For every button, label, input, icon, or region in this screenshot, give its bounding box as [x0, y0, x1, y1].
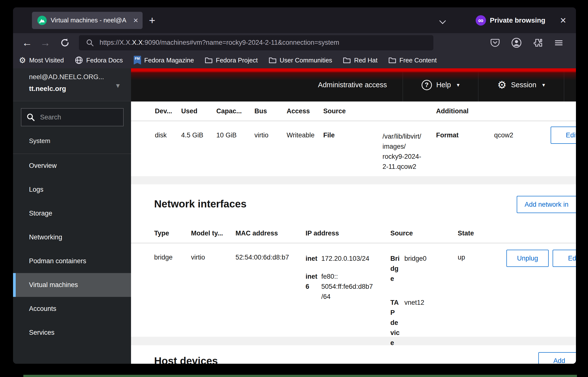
col-type: Type: [154, 230, 191, 237]
extensions-icon[interactable]: [533, 38, 543, 48]
bookmark-label: Fedora Magazine: [144, 57, 194, 64]
window-close-button[interactable]: ×: [560, 15, 566, 26]
disk-device: disk: [155, 131, 181, 139]
ipv4-label: inet: [306, 254, 321, 264]
nav-section-system: System: [13, 137, 131, 145]
value-line: 5054:ff:fe6d:d8b7: [321, 282, 373, 292]
pocket-icon[interactable]: [490, 38, 500, 48]
forward-button[interactable]: →: [38, 38, 52, 48]
bookmark-label: Fedora Project: [216, 57, 258, 64]
disk-row: disk 4.5 GiB 10 GiB virtio Writeable Fil…: [131, 121, 576, 172]
tap-device-value: vnet12: [404, 298, 424, 348]
nic-state: up: [458, 254, 506, 261]
bookmark-fedora-docs[interactable]: Fedora Docs: [75, 56, 123, 64]
screen: Virtual machines - neel@A × + ∞ Private …: [0, 0, 588, 377]
col-mac: MAC address: [235, 230, 306, 237]
private-mask-icon: ∞: [476, 15, 486, 26]
sidebar-item-podman-containers[interactable]: Podman containers: [13, 249, 131, 273]
card-gap: [131, 176, 576, 184]
bookmark-fedora-magazine[interactable]: FM Fedora Magazine: [134, 56, 194, 65]
nic-mac: 52:54:00:6d:d8:b7: [235, 254, 306, 261]
value-line: /64: [321, 292, 373, 302]
add-host-device-button[interactable]: Add: [538, 352, 576, 364]
bookmark-user-communities[interactable]: User Communities: [269, 57, 332, 64]
account-icon[interactable]: [511, 37, 522, 48]
ipv4-value: 172.20.0.103/24: [321, 254, 369, 264]
disks-table-header: Dev... Used Capac... Bus Access Source A…: [131, 102, 576, 121]
private-browsing-badge: ∞ Private browsing: [476, 15, 545, 26]
masthead-tail: [564, 68, 576, 102]
menu-icon[interactable]: [554, 38, 564, 48]
session-menu[interactable]: ⚙ Session ▾: [478, 68, 564, 102]
new-tab-button[interactable]: +: [149, 14, 155, 27]
disk-actions: Edit: [551, 127, 576, 144]
bookmark-fedora-project[interactable]: Fedora Project: [205, 57, 258, 64]
label-line: inet: [306, 254, 321, 264]
col-used: Used: [181, 107, 216, 115]
value-line: bridge0: [404, 254, 426, 264]
tab-close-icon[interactable]: ×: [133, 15, 138, 25]
sidebar-item-storage[interactable]: Storage: [13, 202, 131, 225]
sidebar-search[interactable]: [21, 108, 124, 126]
disks-card: Dev... Used Capac... Bus Access Source A…: [131, 102, 576, 176]
disk-access: Writeable: [287, 131, 323, 139]
disk-edit-button[interactable]: Edit: [551, 127, 576, 144]
private-browsing-label: Private browsing: [490, 16, 545, 24]
network-row: bridge virtio 52:54:00:6d:d8:b7 inet 172…: [131, 243, 576, 348]
disk-used: 4.5 GiB: [181, 131, 216, 139]
sidebar-item-accounts[interactable]: Accounts: [13, 297, 131, 321]
search-icon: [86, 39, 94, 47]
back-button[interactable]: ←: [20, 38, 34, 48]
browser-tab[interactable]: Virtual machines - neel@A ×: [32, 12, 143, 29]
cockpit-page: neel@AD.NEELC.ORG... tt.neelc.org ▾ Syst…: [13, 68, 576, 364]
reload-button[interactable]: [58, 37, 72, 48]
label-line: TA: [390, 298, 404, 308]
url-suffix: :9090/machines#vm?name=rocky9-2024-2-11&…: [143, 39, 339, 46]
disk-capacity: 10 GiB: [216, 131, 254, 139]
label-line: inet: [306, 272, 321, 282]
host-devices-card: Host devices Add: [131, 345, 576, 364]
value-line: fe80::: [321, 272, 373, 282]
bookmark-red-hat[interactable]: Red Hat: [343, 57, 377, 64]
list-all-tabs-chevron-icon[interactable]: [440, 18, 446, 22]
host-switcher[interactable]: neel@AD.NEELC.ORG... tt.neelc.org ▾: [13, 68, 131, 101]
col-source: Source: [323, 107, 436, 115]
sidebar-item-virtual-machines[interactable]: Virtual machines: [13, 273, 131, 297]
bookmark-most-visited[interactable]: ⚙ Most Visited: [19, 56, 64, 64]
nic-actions: Unplug Edit: [506, 250, 576, 267]
bookmark-label: Free Content: [399, 57, 437, 64]
col-capacity: Capac...: [216, 107, 254, 115]
help-label: Help: [436, 81, 451, 89]
url-text: https://X.X.X.X:9090/machines#vm?name=ro…: [100, 39, 339, 46]
nic-edit-button[interactable]: Edit: [553, 250, 576, 267]
disk-source-label: File: [323, 131, 382, 139]
sidebar-item-overview[interactable]: Overview: [13, 154, 131, 178]
sidebar-item-logs[interactable]: Logs: [13, 178, 131, 202]
administrative-access-label: Administrative access: [318, 81, 387, 89]
hostname: tt.neelc.org: [29, 85, 124, 93]
bookmarks-bar: ⚙ Most Visited Fedora Docs FM Fedora Mag…: [13, 52, 576, 68]
bridge-value: bridge0: [404, 254, 426, 284]
unplug-button[interactable]: Unplug: [506, 250, 549, 267]
bookmark-free-content[interactable]: Free Content: [388, 57, 437, 64]
label-line: 6: [306, 282, 321, 292]
path-line: images/: [382, 142, 436, 152]
fm-badge-icon: FM: [134, 56, 141, 65]
sidebar-item-services[interactable]: Services: [13, 321, 131, 345]
help-menu[interactable]: ? Help ▾: [403, 68, 478, 102]
nic-source-bridge: Bri dg e bridge0: [390, 254, 458, 284]
session-label: Session: [511, 81, 536, 89]
url-prefix: https://X.X.: [100, 39, 132, 46]
value-line: vnet12: [404, 298, 424, 308]
path-line: rocky9-2024-: [382, 152, 436, 162]
add-network-interface-button[interactable]: Add network in: [517, 196, 576, 213]
disk-source-path: /var/lib/libvirt/ images/ rocky9-2024- 2…: [382, 131, 436, 172]
col-additional: Additional: [436, 107, 551, 115]
sidebar-item-networking[interactable]: Networking: [13, 225, 131, 249]
reload-icon: [59, 37, 70, 48]
bookmark-label: User Communities: [280, 57, 332, 64]
navigation-bar: ← → https://X.X.X.X:9090/machines#vm?nam…: [13, 33, 576, 52]
search-input[interactable]: [40, 114, 127, 121]
url-bar[interactable]: https://X.X.X.X:9090/machines#vm?name=ro…: [79, 35, 433, 50]
bookmark-label: Fedora Docs: [86, 57, 123, 64]
